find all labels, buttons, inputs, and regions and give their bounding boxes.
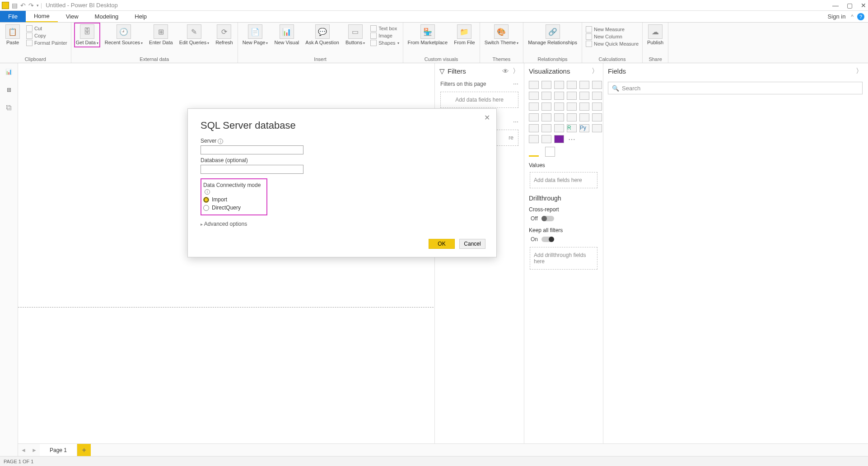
new-measure-button[interactable]: New Measure bbox=[586, 26, 639, 33]
filters-more-icon-2[interactable]: ⋯ bbox=[513, 119, 518, 125]
buttons-button[interactable]: ▭Buttons bbox=[345, 23, 366, 47]
recent-sources-button[interactable]: 🕘 Recent Sources bbox=[104, 23, 144, 47]
minimize-icon[interactable]: — bbox=[832, 2, 839, 9]
ask-question-button[interactable]: 💬Ask A Question bbox=[304, 23, 340, 46]
filters-more-icon[interactable]: ⋯ bbox=[513, 81, 518, 87]
from-marketplace-button[interactable]: 🏪From Marketplace bbox=[407, 23, 449, 46]
save-icon[interactable]: ▤ bbox=[12, 2, 18, 9]
cut-button[interactable]: Cut bbox=[26, 25, 67, 32]
viz-gauge-icon[interactable] bbox=[554, 113, 564, 121]
filters-visibility-icon[interactable]: 👁 bbox=[502, 67, 509, 75]
viz-card-icon[interactable] bbox=[567, 113, 577, 121]
tab-view[interactable]: View bbox=[58, 11, 87, 22]
redo-icon[interactable]: ↷ bbox=[28, 2, 34, 9]
enter-data-button[interactable]: ⊞ Enter Data bbox=[148, 23, 174, 46]
page-prev-icon[interactable]: ◄ bbox=[18, 447, 29, 453]
visualizations-collapse-icon[interactable]: 〉 bbox=[592, 67, 598, 75]
viz-line-stacked-icon[interactable] bbox=[567, 92, 577, 100]
viz-clustered-bar-icon[interactable] bbox=[554, 81, 564, 89]
new-quick-measure-button[interactable]: New Quick Measure bbox=[586, 41, 639, 47]
viz-line-icon[interactable] bbox=[529, 92, 539, 100]
viz-py-icon[interactable]: Py bbox=[579, 124, 589, 132]
viz-r-icon[interactable]: R bbox=[567, 124, 577, 132]
cancel-button[interactable]: Cancel bbox=[459, 239, 485, 249]
fields-collapse-icon[interactable]: 〉 bbox=[856, 67, 863, 75]
ok-button[interactable]: OK bbox=[429, 239, 455, 249]
tab-file[interactable]: File bbox=[0, 11, 26, 22]
data-view-icon[interactable]: ⊞ bbox=[4, 85, 14, 95]
drillthrough-drop-zone[interactable]: Add drillthrough fields here bbox=[530, 247, 597, 270]
new-page-button[interactable]: 📄New Page bbox=[242, 23, 269, 47]
directquery-radio-row[interactable]: DirectQuery bbox=[203, 205, 263, 211]
filters-drop-zone[interactable]: Add data fields here bbox=[440, 92, 518, 108]
edit-queries-button[interactable]: ✎ Edit Queries bbox=[178, 23, 210, 47]
viz-funnel-icon[interactable] bbox=[541, 103, 551, 111]
keep-filters-toggle[interactable]: On bbox=[524, 234, 603, 244]
viz-kpi-icon[interactable] bbox=[592, 113, 602, 121]
undo-icon[interactable]: ↶ bbox=[20, 2, 26, 9]
directquery-radio[interactable] bbox=[203, 205, 209, 211]
viz-donut-icon[interactable] bbox=[579, 103, 589, 111]
fields-tab-icon[interactable] bbox=[529, 147, 539, 157]
viz-custom-icon[interactable] bbox=[554, 135, 564, 143]
viz-treemap-icon[interactable] bbox=[592, 103, 602, 111]
info-icon[interactable]: i bbox=[205, 189, 210, 195]
paste-button[interactable]: 📋 Paste bbox=[4, 23, 22, 46]
viz-clustered-column-icon[interactable] bbox=[567, 81, 577, 89]
info-icon[interactable]: i bbox=[218, 139, 223, 144]
sign-in-link[interactable]: Sign in bbox=[822, 11, 851, 22]
server-input[interactable] bbox=[201, 145, 303, 154]
viz-map-icon[interactable] bbox=[529, 113, 539, 121]
viz-table-icon[interactable] bbox=[541, 124, 551, 132]
from-file-button[interactable]: 📁From File bbox=[453, 23, 476, 46]
close-icon[interactable]: ✕ bbox=[861, 2, 866, 9]
page-next-icon[interactable]: ► bbox=[29, 447, 40, 453]
viz-line-clustered-icon[interactable] bbox=[579, 92, 589, 100]
publish-button[interactable]: ☁Publish bbox=[646, 23, 664, 46]
viz-stacked-area-icon[interactable] bbox=[554, 92, 564, 100]
viz-area-icon[interactable] bbox=[541, 92, 551, 100]
switch-theme-button[interactable]: 🎨Switch Theme bbox=[484, 23, 520, 47]
import-radio-row[interactable]: Import bbox=[203, 196, 263, 203]
help-icon[interactable]: ? bbox=[857, 13, 864, 20]
cross-report-toggle[interactable]: Off bbox=[524, 214, 603, 224]
image-button[interactable]: Image bbox=[370, 33, 399, 39]
qat-dropdown-icon[interactable]: ▾ bbox=[37, 3, 39, 8]
filters-collapse-icon[interactable]: 〉 bbox=[513, 67, 519, 75]
viz-slicer-icon[interactable] bbox=[529, 124, 539, 132]
manage-relationships-button[interactable]: 🔗Manage Relationships bbox=[527, 23, 578, 46]
advanced-options-toggle[interactable]: Advanced options bbox=[201, 221, 484, 227]
viz-100-column-icon[interactable] bbox=[592, 81, 602, 89]
values-drop-zone[interactable]: Add data fields here bbox=[530, 172, 597, 188]
get-data-button[interactable]: 🗄 Get Data bbox=[75, 23, 99, 47]
text-box-button[interactable]: Text box bbox=[370, 25, 399, 32]
viz-filled-map-icon[interactable] bbox=[541, 113, 551, 121]
shapes-button[interactable]: Shapes▾ bbox=[370, 40, 399, 46]
tab-help[interactable]: Help bbox=[126, 11, 155, 22]
add-page-button[interactable]: + bbox=[77, 444, 91, 456]
viz-100-bar-icon[interactable] bbox=[579, 81, 589, 89]
report-view-icon[interactable]: 📊 bbox=[4, 67, 14, 77]
format-tab-icon[interactable] bbox=[545, 147, 555, 157]
database-input[interactable] bbox=[201, 165, 303, 174]
viz-ribbon-icon[interactable] bbox=[592, 92, 602, 100]
viz-stacked-column-icon[interactable] bbox=[541, 81, 551, 89]
viz-waterfall-icon[interactable] bbox=[529, 103, 539, 111]
maximize-icon[interactable]: ▢ bbox=[847, 2, 853, 9]
page-tab-1[interactable]: Page 1 bbox=[40, 444, 77, 456]
refresh-button[interactable]: ⟳ Refresh bbox=[215, 23, 234, 46]
new-column-button[interactable]: New Column bbox=[586, 33, 639, 40]
viz-stacked-bar-icon[interactable] bbox=[529, 81, 539, 89]
fields-search-input[interactable]: 🔍 Search bbox=[608, 82, 863, 94]
tab-home[interactable]: Home bbox=[26, 11, 58, 22]
import-radio[interactable] bbox=[203, 197, 209, 203]
viz-scatter-icon[interactable] bbox=[554, 103, 564, 111]
tab-modeling[interactable]: Modeling bbox=[87, 11, 127, 22]
dialog-close-icon[interactable]: ✕ bbox=[484, 113, 490, 122]
viz-matrix-icon[interactable] bbox=[554, 124, 564, 132]
viz-pie-icon[interactable] bbox=[567, 103, 577, 111]
copy-button[interactable]: Copy bbox=[26, 33, 67, 39]
viz-more-icon[interactable]: ⋯ bbox=[567, 135, 577, 143]
viz-arcgis-icon[interactable] bbox=[529, 135, 539, 143]
viz-multi-card-icon[interactable] bbox=[579, 113, 589, 121]
